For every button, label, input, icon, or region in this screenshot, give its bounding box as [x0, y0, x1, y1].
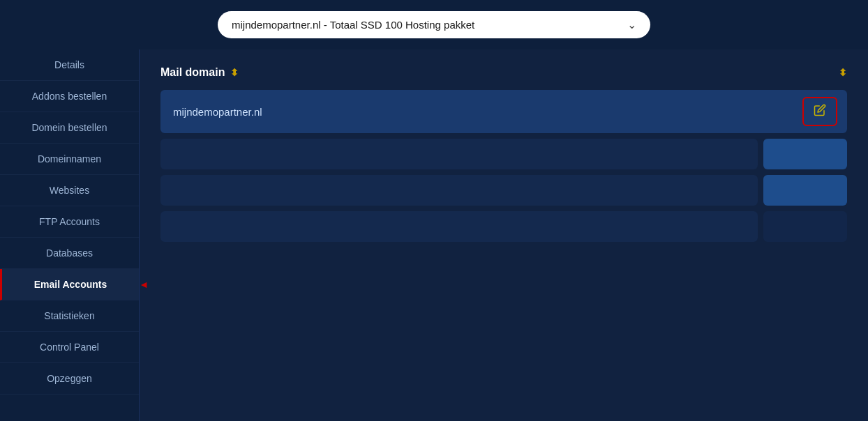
table-header: Mail domain ⬍ ⬍	[160, 66, 847, 79]
sidebar-item-details[interactable]: Details	[0, 49, 139, 81]
domain-cell: mijndemopartner.nl	[160, 96, 793, 128]
main-layout: Details Addons bestellen Domein bestelle…	[0, 49, 868, 421]
sidebar-item-label: Email Accounts	[34, 279, 107, 290]
table-row-3	[160, 175, 847, 206]
edit-icon	[814, 104, 826, 119]
sidebar-item-label: FTP Accounts	[39, 216, 100, 227]
sidebar-item-ftp-accounts[interactable]: FTP Accounts	[0, 206, 139, 238]
sidebar-item-opzeggen[interactable]: Opzeggen	[0, 363, 139, 395]
row3-right-cell	[763, 175, 847, 206]
sidebar-item-label: Opzeggen	[47, 373, 92, 384]
row4-right-cell	[763, 211, 847, 242]
content-area: Mail domain ⬍ ⬍ mijndemopartner.nl	[140, 49, 868, 421]
edit-action-cell	[793, 90, 847, 133]
sidebar-item-databases[interactable]: Databases	[0, 238, 139, 269]
row4-left-cell	[160, 211, 758, 242]
row2-right-cell	[763, 139, 847, 169]
sidebar-item-label: Statistieken	[44, 310, 94, 321]
top-bar: mijndemopartner.nl - Totaal SSD 100 Host…	[0, 0, 868, 49]
sidebar-item-label: Details	[54, 59, 84, 70]
sidebar-item-statistieken[interactable]: Statistieken	[0, 300, 139, 332]
sidebar-item-domein-bestellen[interactable]: Domein bestellen	[0, 112, 139, 144]
sidebar-item-email-accounts[interactable]: Email Accounts	[0, 269, 139, 300]
domain-selector[interactable]: mijndemopartner.nl - Totaal SSD 100 Host…	[218, 11, 650, 38]
sidebar-item-label: Domein bestellen	[31, 122, 107, 133]
row2-left-cell	[160, 139, 758, 169]
edit-domain-button[interactable]	[802, 97, 837, 126]
sidebar-item-control-panel[interactable]: Control Panel	[0, 332, 139, 363]
sidebar-item-addons-bestellen[interactable]: Addons bestellen	[0, 81, 139, 112]
table-column-mail-domain: Mail domain	[160, 66, 225, 79]
sidebar-item-domeinnamen[interactable]: Domeinnamen	[0, 144, 139, 175]
sidebar-item-label: Addons bestellen	[32, 91, 107, 102]
table-row-4	[160, 211, 847, 242]
domain-value: mijndemopartner.nl	[173, 106, 262, 118]
sidebar-item-label: Databases	[46, 247, 93, 259]
sort-icon-mail-domain[interactable]: ⬍	[230, 67, 239, 78]
sidebar-item-label: Domeinnamen	[38, 153, 101, 164]
sort-icon-right[interactable]: ⬍	[839, 67, 847, 78]
sidebar-item-label: Websites	[50, 185, 89, 196]
table-row-2	[160, 139, 847, 169]
sidebar-item-websites[interactable]: Websites	[0, 175, 139, 206]
chevron-down-icon: ⌄	[627, 18, 636, 31]
sidebar-item-label: Control Panel	[40, 342, 99, 353]
table-row: mijndemopartner.nl	[160, 90, 847, 133]
domain-selector-label: mijndemopartner.nl - Totaal SSD 100 Host…	[232, 19, 474, 31]
sidebar: Details Addons bestellen Domein bestelle…	[0, 49, 140, 421]
row3-left-cell	[160, 175, 758, 206]
